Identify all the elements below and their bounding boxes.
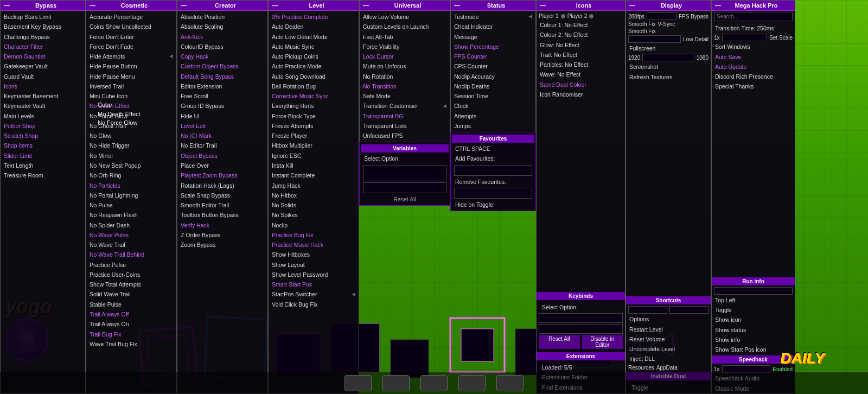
megahack-sort-windows[interactable]: Sort Windows — [712, 42, 795, 52]
universal-allow-low-vol[interactable]: Allow Low Volume — [360, 12, 450, 22]
cosmetic-force-dont-enter[interactable]: Force Don't Enter — [86, 32, 176, 42]
megahack-auto-update[interactable]: Auto Update — [712, 62, 795, 72]
level-show-hitboxes[interactable]: Show Hitboxes — [269, 250, 359, 259]
megahack-search-input[interactable] — [714, 12, 793, 21]
run-info-toggle[interactable]: Toggle — [712, 305, 795, 315]
level-ball-rotation-bug[interactable]: Ball Rotation Bug — [269, 81, 359, 91]
display-fps-slider[interactable] — [647, 12, 676, 20]
run-info-show-icon[interactable]: Show icon — [712, 315, 795, 325]
cosmetic-no-particles[interactable]: No Particles — [86, 181, 176, 190]
keybinds-select-dropdown[interactable] — [539, 313, 623, 323]
level-auto-song-dl[interactable]: Auto Song Download — [269, 72, 359, 81]
creator-anti-kick[interactable]: Anti-Kick — [177, 32, 267, 42]
creator-no-c-mark[interactable]: No (C) Mark — [177, 131, 267, 141]
cosmetic-no-wave-trail-behind[interactable]: No Wave Trail Behind — [86, 250, 176, 259]
universal-no-transition[interactable]: No Transition — [360, 81, 450, 91]
shortcuts-fps-input2[interactable] — [669, 306, 709, 314]
level-auto-music-sync[interactable]: Auto Music Sync — [269, 42, 359, 52]
creator-scale-snap[interactable]: Scale Snap Bypass — [177, 190, 267, 200]
bypass-item-main-levels[interactable]: Main Levels — [1, 111, 85, 121]
display-screenshot[interactable]: Screenshot — [626, 62, 711, 72]
level-corrective-music[interactable]: Corrective Music Sync — [269, 91, 359, 101]
cosmetic-no-new-best[interactable]: No New Best Popup — [86, 161, 176, 170]
shortcuts-options[interactable]: Options — [626, 314, 711, 324]
level-auto-pickup-coins[interactable]: Auto Pickup Coins — [269, 52, 359, 61]
level-show-layout[interactable]: Show Layout — [269, 260, 359, 270]
creator-zoom-bypass[interactable]: Zoom Bypass — [177, 240, 267, 250]
keybinds-enter-field[interactable] — [539, 324, 623, 334]
bypass-content[interactable]: Backup Stars Limit Basement Key Bypass C… — [1, 11, 85, 393]
creator-colour-id[interactable]: ColourID Bypass — [177, 42, 267, 52]
status-minus[interactable]: — — [454, 2, 460, 9]
creator-minus[interactable]: — — [181, 2, 187, 9]
level-jump-hack[interactable]: Jump Hack — [269, 181, 359, 190]
cosmetic-trail-always-on[interactable]: Trail Always On — [86, 319, 176, 329]
cosmetic-no-ghost-trail[interactable]: No Ghost Trail — [86, 121, 176, 131]
bypass-item-guard[interactable]: Guard Vault — [1, 72, 85, 81]
cosmetic-no-respawn-flash[interactable]: No Respawn Flash — [86, 210, 176, 220]
universal-minus[interactable]: — — [363, 2, 369, 9]
status-attempts[interactable]: Attempts — [451, 111, 535, 121]
creator-free-scroll[interactable]: Free Scroll — [177, 91, 267, 101]
level-freeze-attempts[interactable]: Freeze Attempts — [269, 121, 359, 131]
level-no-solids[interactable]: No Solids — [269, 200, 359, 210]
creator-default-song[interactable]: Default Song Bypass — [177, 72, 267, 81]
universal-transition-customiser[interactable]: Transition Customiser◀ — [360, 101, 450, 111]
level-insta-kill[interactable]: Insta Kill — [269, 161, 359, 170]
status-cheat-indicator[interactable]: Cheat Indicator — [451, 22, 535, 31]
megahack-transition-time[interactable]: Transition Time: 250ms — [712, 23, 795, 33]
cosmetic-trail-bug-fix[interactable]: Trail Bug Fix — [86, 329, 176, 339]
level-auto-low-detail[interactable]: Auto Low Detail Mode — [269, 32, 359, 42]
cosmetic-force-dont-fade[interactable]: Force Don't Fade — [86, 42, 176, 52]
run-info-show-status[interactable]: Show status — [712, 325, 795, 335]
run-info-show-info[interactable]: Show info — [712, 335, 795, 345]
bypass-item-treasure[interactable]: Treasure Room — [1, 170, 85, 180]
cosmetic-no-wave-trail[interactable]: No Wave Trail — [86, 240, 176, 250]
keybinds-disable-editor[interactable]: Disable in Editor — [582, 335, 623, 349]
creator-hide-ui[interactable]: Hide UI — [177, 111, 267, 121]
level-auto-deafen[interactable]: Auto Deafen — [269, 22, 359, 31]
status-jumps[interactable]: Jumps — [451, 121, 535, 131]
icons-wave[interactable]: Wave: No Effect — [537, 69, 625, 79]
cosmetic-hide-attempts[interactable]: Hide Attempts◀ — [86, 52, 176, 61]
icons-minus[interactable]: — — [540, 2, 546, 9]
cosmetic-no-spider-dash[interactable]: No Spider Dash — [86, 220, 176, 230]
cosmetic-coins-show[interactable]: Coins Show Uncollected — [86, 22, 176, 31]
bypass-item-keymaster-vault[interactable]: Keymaster Vault — [1, 101, 85, 111]
cosmetic-no-wave-pulse[interactable]: No Wave Pulse — [86, 230, 176, 240]
creator-z-order[interactable]: Z Order Bypass — [177, 230, 267, 240]
creator-copy-hack[interactable]: Copy Hack — [177, 52, 267, 61]
universal-mute-unfocus[interactable]: Mute on Unfocus — [360, 61, 450, 71]
cosmetic-no-death-effect[interactable]: No Death Effect — [86, 101, 176, 111]
level-void-click-bug[interactable]: Void Click Bug Fix — [269, 300, 359, 309]
status-fps-counter[interactable]: FPS Counter — [451, 52, 535, 61]
status-clock[interactable]: Clock — [451, 101, 535, 111]
universal-transparent-bg[interactable]: Transparent BG — [360, 111, 450, 121]
shortcuts-appdata[interactable]: AppData — [656, 365, 678, 371]
level-instant-complete[interactable]: Instant Complete — [269, 170, 359, 180]
creator-abs-pos[interactable]: Absolute Position — [177, 12, 267, 22]
universal-no-rotation[interactable]: No Rotation — [360, 72, 450, 81]
shortcuts-reset-volume[interactable]: Reset Volume — [626, 334, 711, 344]
cosmetic-no-pulse[interactable]: No Pulse — [86, 200, 176, 210]
cosmetic-wave-trail-bug-fix[interactable]: Wave Trail Bug Fix — [86, 339, 176, 349]
cosmetic-mini-cube[interactable]: Mini Cube Icon — [86, 91, 176, 101]
universal-content[interactable]: Allow Low Volume Custom Levels on Launch… — [360, 11, 450, 142]
status-show-pct[interactable]: Show Percentage — [451, 42, 535, 52]
universal-lock-cursor[interactable]: Lock Cursor — [360, 52, 450, 61]
creator-group-id[interactable]: Group ID Bypass — [177, 101, 267, 111]
favourites-hide-toggle[interactable]: Hide on Toggle — [452, 200, 534, 209]
universal-unfocused-fps[interactable]: Unfocused FPS — [360, 131, 450, 141]
display-content[interactable]: 288fps FPS Bypass Smooth Fix V-Sync Smoo… — [626, 11, 711, 295]
creator-content[interactable]: Absolute Position Absolute Scaling Anti-… — [177, 11, 267, 393]
level-no-spikes[interactable]: No Spikes — [269, 210, 359, 220]
level-no-hitbox[interactable]: No Hitbox — [269, 190, 359, 200]
cosmetic-accurate-pct[interactable]: Accurate Percentage — [86, 12, 176, 22]
level-practice-bug-fix[interactable]: Practice Bug Fix — [269, 230, 359, 240]
cosmetic-no-portal-lightning[interactable]: No Portal Lightning — [86, 190, 176, 200]
cosmetic-no-mirror[interactable]: No Mirror — [86, 151, 176, 161]
universal-fast-alt-tab[interactable]: Fast Alt-Tab — [360, 32, 450, 42]
status-session-time[interactable]: Session Time — [451, 91, 535, 101]
cosmetic-no-glow[interactable]: No Glow — [86, 131, 176, 141]
bypass-item-character-filter[interactable]: Character Filter — [1, 42, 85, 52]
